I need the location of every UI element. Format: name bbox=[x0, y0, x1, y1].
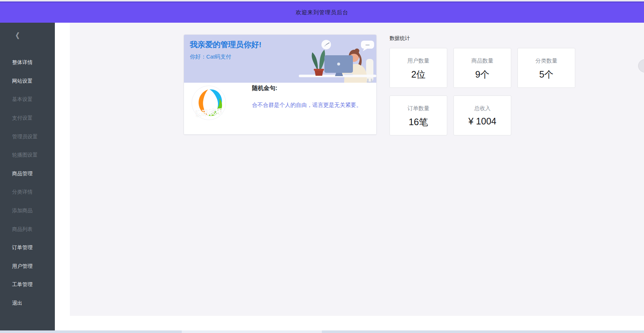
stat-value: 9个 bbox=[454, 68, 511, 81]
sidebar-nav: 整体详情 网站设置 基本设置 支付设置 管理员设置 轮播图设置 商品管理 分类详… bbox=[0, 53, 55, 313]
speech-bubble: ... bbox=[361, 41, 374, 51]
speech-bubble-dots: ... bbox=[366, 41, 370, 46]
stat-value: 16笔 bbox=[390, 116, 447, 128]
quote-label: 随机金句: bbox=[252, 85, 277, 92]
stat-label: 总收入 bbox=[454, 105, 511, 112]
stat-card-orders: 订单数量 16笔 bbox=[389, 96, 447, 135]
welcome-title: 我亲爱的管理员你好! bbox=[190, 40, 261, 50]
quote-section: 腾讯视频 随机金句: 合不合群是个人的自由，谣言更是无关紧要。 bbox=[184, 83, 376, 135]
desk-illustration: ... bbox=[292, 35, 376, 83]
sidebar-item-basic-settings[interactable]: 基本设置 bbox=[0, 90, 55, 109]
welcome-card-hero: 我亲爱的管理员你好! 你好：Cat码支付 bbox=[184, 35, 376, 83]
welcome-greeting: 你好：Cat码支付 bbox=[190, 53, 231, 60]
plant-icon bbox=[312, 50, 325, 76]
quote-text: 合不合群是个人的自由，谣言更是无关紧要。 bbox=[252, 101, 364, 109]
sidebar-item-add-product[interactable]: 添加商品 bbox=[0, 202, 55, 220]
sidebar-item-payment-settings[interactable]: 支付设置 bbox=[0, 109, 55, 128]
horizontal-scrollbar bbox=[0, 330, 644, 333]
sidebar-item-logout[interactable]: 退出 bbox=[0, 294, 55, 313]
stat-value: ¥ 1004 bbox=[454, 116, 511, 127]
stat-value: 2位 bbox=[390, 68, 447, 81]
sidebar-item-admin-settings[interactable]: 管理员设置 bbox=[0, 127, 55, 146]
stats-heading: 数据统计 bbox=[389, 35, 589, 42]
stat-card-users: 用户数量 2位 bbox=[389, 48, 447, 88]
sidebar-item-ticket-management[interactable]: 工单管理 bbox=[0, 276, 55, 294]
page-title: 欢迎来到管理员后台 bbox=[296, 9, 349, 16]
stats-section: 数据统计 用户数量 2位 商品数量 9个 分类数量 5个 订单数量 16笔 总收… bbox=[389, 35, 589, 135]
sidebar-item-product-management[interactable]: 商品管理 bbox=[0, 165, 55, 183]
stat-label: 商品数量 bbox=[454, 57, 511, 64]
clock-icon bbox=[321, 40, 331, 49]
sidebar-item-product-list[interactable]: 商品列表 bbox=[0, 220, 55, 239]
stat-value: 5个 bbox=[518, 68, 575, 81]
stats-grid: 用户数量 2位 商品数量 9个 分类数量 5个 订单数量 16笔 总收入 ¥ 1… bbox=[389, 48, 577, 135]
sidebar-item-category-details[interactable]: 分类详情 bbox=[0, 183, 55, 202]
stat-card-products: 商品数量 9个 bbox=[453, 48, 511, 88]
sidebar-item-carousel-settings[interactable]: 轮播图设置 bbox=[0, 146, 55, 165]
stat-label: 用户数量 bbox=[390, 57, 447, 64]
tencent-video-logo: 腾讯视频 bbox=[191, 85, 226, 120]
stat-card-categories: 分类数量 5个 bbox=[517, 48, 575, 88]
stat-card-revenue: 总收入 ¥ 1004 bbox=[453, 96, 511, 135]
sidebar-item-overview[interactable]: 整体详情 bbox=[0, 53, 55, 72]
stat-label: 分类数量 bbox=[518, 57, 575, 64]
horizontal-scrollbar-thumb[interactable] bbox=[182, 330, 322, 333]
main-content-panel: 我亲爱的管理员你好! 你好：Cat码支付 bbox=[70, 23, 644, 316]
sidebar-collapse-icon[interactable]: 《 bbox=[12, 31, 19, 41]
header-bar: 欢迎来到管理员后台 bbox=[0, 1, 644, 23]
welcome-card: 我亲爱的管理员你好! 你好：Cat码支付 bbox=[184, 34, 377, 135]
stat-label: 订单数量 bbox=[390, 105, 447, 112]
sidebar-item-order-management[interactable]: 订单管理 bbox=[0, 239, 55, 257]
chair-illustration bbox=[366, 59, 373, 83]
sidebar-item-user-management[interactable]: 用户管理 bbox=[0, 257, 55, 276]
sidebar-item-site-settings[interactable]: 网站设置 bbox=[0, 72, 55, 91]
sidebar: 《 整体详情 网站设置 基本设置 支付设置 管理员设置 轮播图设置 商品管理 分… bbox=[0, 23, 55, 330]
